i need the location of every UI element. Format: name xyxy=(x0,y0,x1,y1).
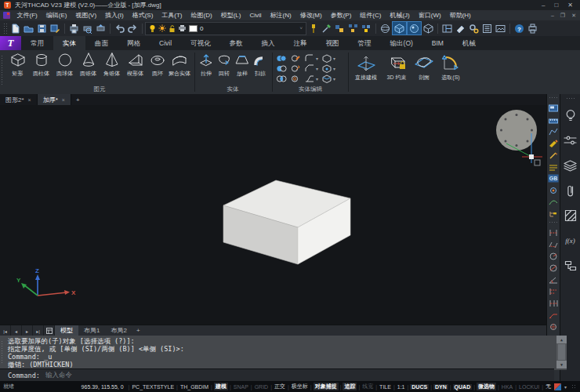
save-as-icon[interactable] xyxy=(49,22,62,34)
menu-draw[interactable]: 绘图(D) xyxy=(187,11,216,20)
first-layout-button[interactable]: |◂ xyxy=(0,325,11,336)
paperclip-icon[interactable] xyxy=(564,183,578,198)
minimize-button[interactable]: – xyxy=(542,2,545,9)
command-scrollbar[interactable]: ▲ ▼ xyxy=(556,336,567,368)
close-button[interactable]: ✕ xyxy=(567,2,573,9)
toggle-dyn[interactable]: DYN xyxy=(433,384,448,390)
tab-layout1[interactable]: 布局1 xyxy=(78,325,105,336)
settings-gears-icon[interactable] xyxy=(467,22,480,34)
menu-parametric[interactable]: 参数(P) xyxy=(326,11,356,20)
mdi-restore-button[interactable]: ❐ xyxy=(560,13,565,19)
annotation-scale-value[interactable]: 无 xyxy=(545,383,552,390)
tab-annotate[interactable]: 注释 xyxy=(285,36,317,50)
layout-list-button[interactable] xyxy=(44,325,55,336)
block-editor-icon[interactable] xyxy=(360,22,373,34)
subtract-icon[interactable] xyxy=(276,64,288,74)
sphere-primitive-button[interactable]: 圆球体 xyxy=(53,52,76,78)
toggle-hka[interactable]: HKA xyxy=(501,384,513,390)
menu-tools[interactable]: 工具(T) xyxy=(158,11,187,20)
doc-tab-thicken[interactable]: 加厚* × xyxy=(38,94,71,105)
dim-continue-icon[interactable] xyxy=(548,298,559,308)
toolbar-grip[interactable] xyxy=(549,96,558,100)
section-button[interactable]: 剖面 xyxy=(412,53,436,82)
tab-manage[interactable]: 管理 xyxy=(349,36,381,50)
annotation-scale-icon[interactable] xyxy=(554,383,561,390)
3d-constraints-button[interactable]: 3D 约束 xyxy=(382,53,411,82)
wedge-primitive-button[interactable]: 楔形体 xyxy=(124,52,147,78)
tab-surface[interactable]: 曲面 xyxy=(85,36,118,50)
command-input[interactable]: Command: 输入命令 xyxy=(0,368,554,382)
tab-visualize[interactable]: 可视化 xyxy=(181,36,220,50)
add-layout-button[interactable]: + xyxy=(132,325,144,336)
dim-diameter-icon[interactable] xyxy=(548,263,559,273)
dim-baseline-icon[interactable] xyxy=(548,286,559,296)
measure-pen-icon[interactable] xyxy=(548,150,559,160)
menu-insert[interactable]: 插入(I) xyxy=(101,11,129,20)
structure-tree-icon[interactable] xyxy=(548,209,559,219)
erase-icon[interactable] xyxy=(454,22,467,34)
shade-wireframe-icon[interactable] xyxy=(422,22,435,34)
sweep-button[interactable]: 扫掠 xyxy=(252,52,269,78)
open-file-icon[interactable] xyxy=(22,22,35,34)
model-viewport[interactable]: Z Y X xyxy=(0,105,546,325)
menu-file[interactable]: 文件(F) xyxy=(13,11,42,20)
dim-angular-icon[interactable] xyxy=(548,274,559,285)
tab-mechanical[interactable]: 机械 xyxy=(453,36,485,50)
close-icon[interactable]: × xyxy=(28,97,31,103)
image-icon[interactable] xyxy=(494,22,507,34)
toggle-lockui[interactable]: LOCKUI xyxy=(518,384,540,390)
doc-tab-drawing2[interactable]: 图形2* × xyxy=(0,94,38,105)
toggle-dimstyle[interactable]: TH_GBDIM xyxy=(179,384,209,390)
layer-dropdown[interactable]: 0 ˅ xyxy=(145,22,306,35)
prev-layout-button[interactable]: ◂ xyxy=(11,325,22,336)
ungroup-icon[interactable] xyxy=(346,22,360,34)
cone-primitive-button[interactable]: 圆锥体 xyxy=(77,52,100,78)
eyedropper-icon[interactable] xyxy=(320,22,333,34)
tab-output[interactable]: 输出(O) xyxy=(381,36,422,50)
extrude-button[interactable]: 拉伸 xyxy=(198,52,215,78)
offset-face-icon[interactable] xyxy=(290,74,303,84)
tab-layout2[interactable]: 布局2 xyxy=(105,325,132,336)
toggle-polar[interactable]: 极坐标 xyxy=(291,383,309,390)
scrollbar-thumb[interactable] xyxy=(558,344,565,360)
plot-icon[interactable] xyxy=(67,22,81,34)
toggle-textstyle[interactable]: PC_TEXTSTYLE xyxy=(131,384,175,390)
torus-primitive-button[interactable]: 圆环 xyxy=(147,52,168,78)
shade-realistic-icon[interactable] xyxy=(407,21,422,35)
tab-civil[interactable]: Civil xyxy=(150,36,181,50)
pyramid-primitive-button[interactable]: 角锥体 xyxy=(100,52,123,78)
named-views-icon[interactable] xyxy=(548,103,559,113)
menu-edit[interactable]: 编辑(E) xyxy=(42,11,71,20)
tab-parametric[interactable]: 参数 xyxy=(220,36,252,50)
new-drawing-tab-button[interactable]: + xyxy=(71,94,85,105)
toggle-grid[interactable]: GRID xyxy=(254,384,270,390)
orbit-icon[interactable] xyxy=(379,22,392,34)
taper-face-icon[interactable]: ▾ xyxy=(304,74,320,84)
shade-hidden-icon[interactable] xyxy=(392,21,407,35)
intersect-icon[interactable] xyxy=(276,74,288,84)
toggle-ducs[interactable]: DUCS xyxy=(410,384,429,390)
move-face-icon[interactable] xyxy=(290,64,303,74)
toolbar-grip[interactable] xyxy=(549,221,558,224)
fillet-edge-icon[interactable]: ▾ xyxy=(304,53,320,64)
tab-insert[interactable]: 插入 xyxy=(252,36,285,50)
save-icon[interactable] xyxy=(35,22,49,34)
tab-view[interactable]: 视图 xyxy=(317,36,349,50)
resize-grip[interactable] xyxy=(571,384,577,390)
polysolid-primitive-button[interactable]: 聚合实体 xyxy=(166,52,193,78)
menu-dimension[interactable]: 标注(N) xyxy=(266,11,295,20)
list-view-icon[interactable] xyxy=(480,22,494,34)
toggle-tile[interactable]: TILE xyxy=(379,384,392,390)
tab-solid[interactable]: 实体 xyxy=(53,36,85,50)
menu-format[interactable]: 格式(S) xyxy=(128,11,158,20)
toggle-ortho[interactable]: 正交 xyxy=(274,383,286,390)
scale-ruler-icon[interactable] xyxy=(548,114,559,125)
menu-modify[interactable]: 修改(M) xyxy=(295,11,326,20)
last-layout-button[interactable]: ▸| xyxy=(33,325,44,336)
properties-sliders-icon[interactable] xyxy=(564,133,578,147)
mdi-close-button[interactable]: ✕ xyxy=(571,13,576,19)
batch-plot-icon[interactable] xyxy=(526,22,539,34)
direct-modeling-button[interactable]: 直接建模 xyxy=(351,53,381,82)
layers-icon[interactable] xyxy=(564,158,578,172)
extrude-face-icon[interactable] xyxy=(290,53,303,64)
